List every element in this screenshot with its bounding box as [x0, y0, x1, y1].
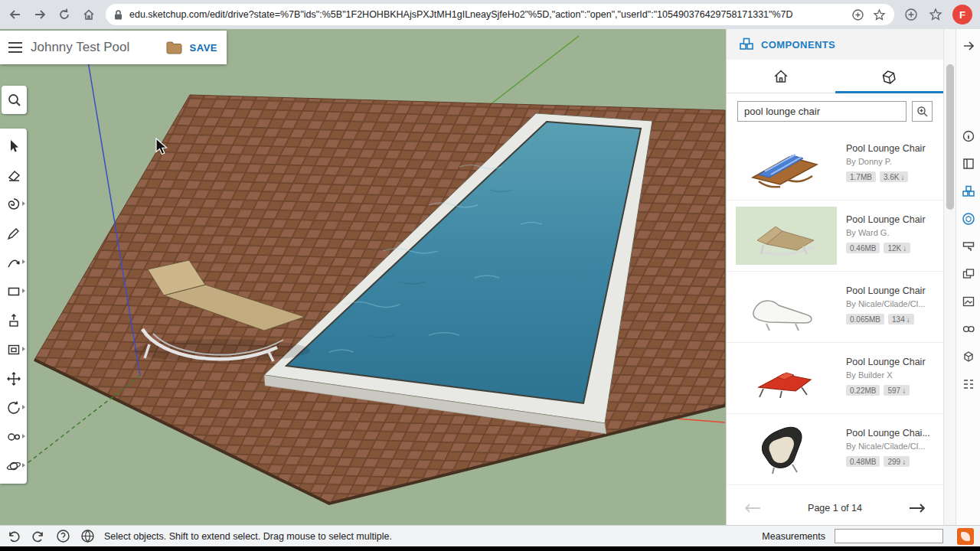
zoom-tools-icon[interactable] — [903, 7, 919, 22]
downloads-badge: 299↓ — [884, 456, 910, 467]
views-icon[interactable] — [959, 347, 978, 366]
download-icon: ↓ — [900, 173, 904, 181]
result-item[interactable]: Pool Lounge Chair By Ward G. 0.46MB 12K↓ — [727, 201, 943, 272]
panels-rail — [956, 29, 980, 525]
downloads-badge: 597↓ — [884, 385, 910, 396]
profile-avatar[interactable]: F — [952, 5, 972, 24]
result-item[interactable]: Pool Lounge Chair By Nicale/Cilade/Cl...… — [727, 272, 943, 343]
result-item[interactable]: Pool Lounge Chair By Donny P. 1.7MB 3.6K… — [727, 129, 943, 201]
warehouse-search-input[interactable] — [737, 101, 906, 122]
result-thumbnail — [736, 135, 837, 194]
collapse-panel-button[interactable] — [959, 37, 978, 55]
scrollbar-thumb[interactable] — [946, 64, 954, 210]
status-bar: Select objects. Shift to extend select. … — [0, 525, 980, 546]
bookmark-star-icon[interactable] — [871, 7, 887, 22]
folder-icon[interactable] — [166, 41, 182, 54]
plus-circle-icon[interactable] — [850, 7, 865, 22]
line-tool[interactable] — [2, 222, 25, 245]
measurements-input[interactable] — [835, 529, 943, 543]
result-author: By Nicale/Cilade/Cl... — [846, 299, 926, 308]
drawing-tool-rail — [0, 129, 27, 484]
redo-button[interactable] — [31, 529, 46, 544]
result-title: Pool Lounge Chai... — [846, 428, 930, 439]
language-globe-button[interactable] — [80, 529, 95, 544]
next-page-button[interactable] — [908, 503, 926, 514]
eraser-tool[interactable] — [2, 164, 25, 187]
panel-scrollbar[interactable] — [943, 29, 956, 525]
prev-page-button[interactable] — [743, 503, 762, 514]
help-button[interactable] — [55, 529, 70, 544]
download-icon: ↓ — [902, 386, 906, 395]
entity-info-icon[interactable] — [959, 127, 978, 145]
move-tool[interactable] — [2, 367, 25, 390]
address-bar[interactable]: edu.sketchup.com/edit/drive?state=%7B"id… — [106, 4, 894, 25]
panel-title: COMPONENTS — [761, 39, 835, 51]
orbit-tool[interactable] — [2, 455, 25, 478]
back-button[interactable] — [8, 7, 23, 22]
result-author: By Donny P. — [846, 157, 926, 166]
soften-edges-icon[interactable] — [959, 320, 978, 338]
save-button[interactable]: SAVE — [190, 42, 217, 54]
result-title: Pool Lounge Chair — [846, 214, 926, 225]
scenes-icon[interactable] — [959, 292, 978, 311]
warehouse-icon — [880, 68, 898, 85]
search-results-list: Pool Lounge Chair By Donny P. 1.7MB 3.6K… — [727, 129, 943, 491]
star-icon[interactable] — [928, 7, 943, 22]
result-author: By Nicale/Cilade/Cl... — [846, 442, 930, 451]
tape-measure-tool[interactable] — [2, 425, 25, 448]
components-panel-icon[interactable] — [959, 182, 978, 201]
canvas-3d-viewport[interactable]: Johnny Test Pool SAVE — [0, 29, 726, 525]
materials-icon[interactable] — [959, 237, 978, 256]
rotate-tool[interactable] — [2, 396, 25, 419]
download-icon: ↓ — [906, 315, 910, 324]
components-panel-header: COMPONENTS — [727, 29, 943, 60]
tab-home[interactable] — [727, 60, 835, 93]
rectangle-tool[interactable] — [2, 280, 25, 303]
size-badge: 0.22MB — [846, 385, 880, 396]
taskbar-app-icon[interactable] — [957, 528, 974, 545]
select-tool[interactable] — [2, 135, 25, 158]
size-badge: 1.7MB — [846, 171, 876, 182]
tape-measure-icon — [6, 429, 21, 445]
size-badge: 0.46MB — [846, 243, 880, 253]
offset-icon — [6, 342, 21, 357]
reload-button[interactable] — [57, 7, 72, 22]
arc-tool[interactable] — [2, 251, 25, 274]
tab-3d-warehouse[interactable] — [835, 60, 944, 93]
eraser-icon — [6, 168, 21, 183]
search-submit-button[interactable] — [912, 101, 933, 122]
downloads-badge: 134↓ — [888, 314, 914, 324]
url-text: edu.sketchup.com/edit/drive?state=%7B"id… — [129, 9, 844, 20]
result-item[interactable]: Pool Lounge Chai... By Nicale/Cilade/Cl.… — [727, 414, 943, 485]
result-item[interactable]: Pool Lounge Chair By Builder X 0.22MB 59… — [727, 343, 943, 414]
result-thumbnail — [736, 349, 837, 407]
instructor-icon[interactable] — [959, 155, 978, 173]
search-model-button[interactable] — [2, 86, 27, 114]
orbit-icon — [6, 458, 21, 474]
model-title: Johnny Test Pool — [31, 40, 158, 55]
result-title: Pool Lounge Chair — [846, 285, 926, 296]
forward-button[interactable] — [32, 7, 47, 22]
result-title: Pool Lounge Chair — [846, 357, 926, 367]
offset-tool[interactable] — [2, 338, 25, 361]
result-author: By Builder X — [846, 370, 926, 380]
downloads-badge: 12K↓ — [884, 243, 910, 253]
menu-hamburger-icon[interactable] — [8, 41, 23, 54]
styles-icon[interactable] — [959, 265, 978, 283]
model-scene — [0, 29, 726, 525]
select-icon — [6, 139, 21, 154]
warehouse-search — [727, 93, 943, 129]
result-title: Pool Lounge Chair — [846, 143, 926, 154]
undo-button[interactable] — [6, 529, 21, 544]
warehouse-panel-icon[interactable] — [959, 210, 978, 228]
app-header: Johnny Test Pool SAVE — [0, 31, 227, 64]
home-button[interactable] — [81, 7, 96, 22]
browser-toolbar: edu.sketchup.com/edit/drive?state=%7B"id… — [0, 0, 980, 29]
home-icon — [773, 69, 789, 83]
outliner-icon[interactable] — [959, 375, 978, 393]
push-pull-tool[interactable] — [2, 309, 25, 332]
rotate-icon — [6, 400, 21, 416]
move-icon — [6, 371, 21, 386]
paint-tool[interactable] — [2, 193, 25, 216]
downloads-badge: 3.6K↓ — [880, 171, 909, 182]
